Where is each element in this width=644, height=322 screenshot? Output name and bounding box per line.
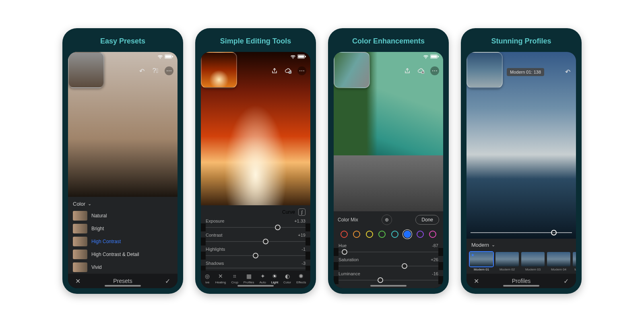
profile-item[interactable]: Moo: [573, 252, 576, 271]
crop-tool[interactable]: ⌗Crop: [231, 273, 238, 284]
cancel-button[interactable]: ✕: [75, 277, 80, 285]
slider-knob[interactable]: [253, 253, 258, 258]
status-bar: [423, 54, 439, 60]
slider-label: Contrast: [206, 233, 223, 237]
preset-thumb: [73, 237, 87, 246]
promo-title: Stunning Profiles: [466, 34, 576, 52]
confirm-button[interactable]: ✓: [165, 277, 170, 285]
effects-icon: ✺: [299, 273, 303, 279]
profile-item[interactable]: Modern 02: [495, 252, 519, 271]
slider-label: Shadows: [206, 261, 224, 266]
home-indicator: [237, 285, 274, 287]
profile-amount-slider[interactable]: [471, 229, 572, 236]
preset-item[interactable]: High Contrast: [68, 235, 178, 248]
slider-label: Saturation: [339, 257, 359, 262]
swatch-orange[interactable]: [353, 231, 360, 238]
swatch-magenta[interactable]: [429, 231, 436, 238]
slider-label: Highlights: [206, 247, 225, 252]
more-icon[interactable]: ⋯: [297, 66, 306, 75]
svg-rect-8: [431, 56, 437, 58]
slider-knob[interactable]: [402, 263, 407, 269]
more-icon[interactable]: ⋯: [165, 66, 173, 75]
more-icon[interactable]: ⋯: [430, 66, 439, 75]
profile-thumb: ★: [470, 252, 493, 266]
selective-tool[interactable]: ◎ive: [205, 273, 210, 284]
preset-label: Natural: [91, 213, 107, 219]
undo-icon[interactable]: ↶: [565, 68, 570, 76]
before-thumbnail[interactable]: [68, 52, 104, 88]
tool-label: Healing: [215, 281, 226, 284]
phone-profiles: Stunning Profiles Modern 01: 138 ↶ Moder…: [461, 28, 582, 294]
profile-label: Moo: [574, 268, 576, 271]
favorite-star-icon: ★: [471, 253, 475, 257]
color-tool[interactable]: ◐Color: [283, 273, 291, 284]
status-bar: [157, 54, 173, 60]
swatch-red[interactable]: [341, 231, 348, 238]
swatch-aqua[interactable]: [391, 231, 398, 238]
slider-value: -3: [301, 261, 305, 266]
highlights-slider[interactable]: [206, 252, 305, 260]
confirm-button[interactable]: ✓: [564, 277, 569, 285]
preset-label: High Contrast & Detail: [91, 252, 139, 257]
profile-item[interactable]: ★ Modern 01: [470, 252, 493, 271]
curve-toggle-row: Curve ∫: [201, 205, 310, 217]
share-icon[interactable]: [403, 66, 412, 75]
help-icon[interactable]: ?⃝: [151, 66, 160, 75]
slider-label: Hue: [339, 243, 347, 248]
tool-label: Effects: [296, 281, 306, 284]
before-thumbnail[interactable]: [334, 52, 370, 88]
home-indicator: [105, 285, 141, 287]
app-screen: ↶ ?⃝ ⋯ Color ⌄ Natural Bright High Contr…: [68, 52, 178, 288]
profile-item[interactable]: Modern 03: [521, 252, 545, 271]
before-thumbnail[interactable]: [201, 52, 237, 88]
tool-label: Color: [283, 281, 291, 284]
undo-icon[interactable]: ↶: [137, 66, 146, 75]
saturation-slider[interactable]: [339, 262, 438, 270]
slider-knob[interactable]: [551, 230, 557, 235]
light-icon: ☀: [272, 273, 277, 279]
preset-item[interactable]: High Contrast & Detail: [68, 248, 178, 261]
healing-tool[interactable]: ✕Healing: [215, 273, 226, 284]
app-screen: Modern 01: 138 ↶ Modern ⌄ ★ Modern 01 Mo…: [466, 52, 576, 288]
done-button[interactable]: Done: [415, 215, 439, 225]
preset-category-toggle[interactable]: Color ⌄: [68, 197, 178, 209]
profile-thumb: [495, 252, 519, 266]
swatch-purple[interactable]: [417, 231, 424, 238]
cloud-synced-icon[interactable]: [417, 66, 425, 75]
preset-item[interactable]: Natural: [68, 209, 178, 222]
preset-item[interactable]: Bright: [68, 222, 178, 235]
luminance-slider[interactable]: [339, 276, 438, 284]
svg-rect-9: [438, 56, 439, 58]
phone-color-enhancements: Color Enhancements ⋯ Color Mix ⊕ Done: [328, 28, 449, 294]
profile-label: Modern 02: [500, 268, 515, 271]
light-tool[interactable]: ☀Light: [271, 273, 278, 284]
before-thumbnail[interactable]: [466, 52, 503, 88]
swatch-yellow[interactable]: [366, 231, 373, 238]
cloud-synced-icon[interactable]: [284, 66, 293, 75]
swatch-green[interactable]: [378, 231, 386, 238]
curve-icon[interactable]: ∫: [298, 208, 305, 216]
effects-tool[interactable]: ✺Effects: [296, 273, 306, 284]
cancel-button[interactable]: ✕: [474, 277, 479, 285]
profile-group-toggle[interactable]: Modern ⌄: [466, 239, 576, 250]
target-adjust-icon[interactable]: ⊕: [382, 215, 392, 225]
profiles-tool[interactable]: ▦Profiles: [244, 273, 254, 284]
slider-knob[interactable]: [275, 225, 281, 230]
bottom-title: Presets: [113, 278, 132, 284]
chevron-down-icon: ⌄: [491, 242, 495, 248]
hue-slider[interactable]: [339, 248, 438, 256]
slider-knob[interactable]: [263, 239, 268, 244]
auto-tool[interactable]: ✦Auto: [259, 273, 266, 284]
exposure-slider[interactable]: [206, 223, 305, 231]
tool-label: ive: [205, 281, 209, 284]
preset-item[interactable]: Vivid: [68, 261, 178, 274]
swatch-blue[interactable]: [404, 231, 411, 238]
contrast-slider[interactable]: [206, 237, 305, 246]
preset-thumb: [73, 224, 87, 233]
slider-knob[interactable]: [378, 277, 383, 283]
shadows-slider[interactable]: [206, 266, 305, 270]
profile-item[interactable]: Modern 04: [547, 252, 570, 271]
slider-value: +26: [431, 257, 438, 262]
share-icon[interactable]: [270, 66, 279, 75]
slider-knob[interactable]: [342, 249, 347, 255]
